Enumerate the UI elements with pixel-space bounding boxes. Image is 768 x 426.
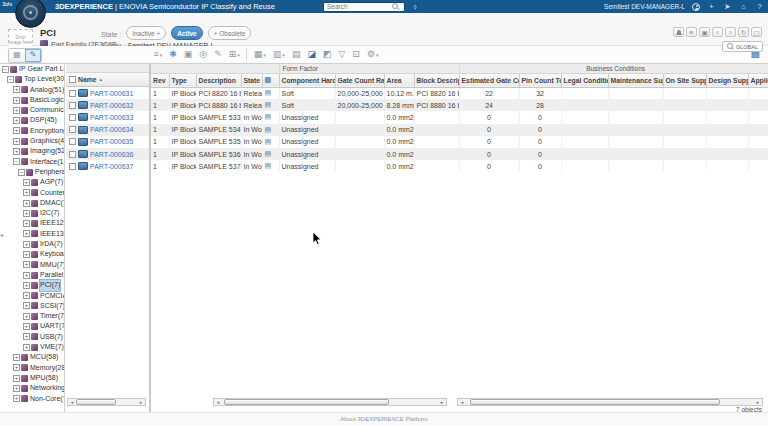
filter-icon[interactable]: ▽ bbox=[335, 47, 349, 62]
part-name-link[interactable]: PART-000637 bbox=[90, 163, 133, 170]
notifications-icon[interactable] bbox=[673, 27, 684, 37]
tree-node-pcmcia[interactable]: +PCMCIA bbox=[0, 291, 64, 301]
scroll-right-icon[interactable]: ▸ bbox=[137, 399, 145, 405]
table-row[interactable]: PART-000632 bbox=[66, 99, 149, 111]
expand-node-icon[interactable]: + bbox=[23, 220, 30, 227]
tree-node-pci-7[interactable]: +PCI(7) bbox=[0, 280, 64, 290]
table-row[interactable]: PART-000631 bbox=[66, 87, 149, 99]
expand-node-icon[interactable]: + bbox=[23, 282, 30, 289]
table-row[interactable]: 1IP BlockSAMPLE 536In Work▤Unassigned0.0… bbox=[151, 148, 768, 160]
fit-icon[interactable]: ⊡ bbox=[349, 47, 364, 62]
column-header-legal-conditions[interactable]: Legal Conditions bbox=[561, 73, 608, 87]
copy-icon[interactable]: ▣ bbox=[699, 27, 710, 37]
row-doc-icon[interactable]: ▤ bbox=[265, 89, 272, 96]
expand-node-icon[interactable]: + bbox=[23, 210, 30, 217]
column-header-description[interactable]: Description bbox=[196, 73, 241, 87]
expand-node-icon[interactable]: + bbox=[23, 230, 30, 237]
back-icon[interactable]: ‹ bbox=[712, 27, 723, 37]
collapse-node-icon[interactable]: − bbox=[2, 66, 9, 73]
tree-node-dmac-7[interactable]: +DMAC(7 bbox=[0, 198, 64, 208]
home-icon[interactable]: ⌂ bbox=[739, 2, 748, 12]
row-doc-icon[interactable]: ▤ bbox=[265, 126, 272, 133]
part-name-link[interactable]: PART-000636 bbox=[90, 151, 133, 158]
row-checkbox[interactable] bbox=[69, 126, 76, 133]
column-header-gate-count-range[interactable]: Gate Count Range bbox=[335, 73, 384, 87]
state-demote-button[interactable]: Inactive + bbox=[126, 26, 166, 40]
expand-node-icon[interactable]: + bbox=[13, 86, 20, 93]
tree-node-non-core-7[interactable]: +Non-Core(7) bbox=[0, 394, 64, 404]
part-name-link[interactable]: PART-000635 bbox=[90, 138, 133, 145]
forward-icon[interactable]: › bbox=[725, 27, 736, 37]
search-icon[interactable] bbox=[392, 3, 399, 10]
column-header-design-support[interactable]: Design Support bbox=[706, 73, 748, 87]
expand-node-icon[interactable]: + bbox=[23, 323, 30, 330]
row-checkbox[interactable] bbox=[69, 90, 76, 97]
expand-node-icon[interactable]: + bbox=[23, 272, 30, 279]
tree-node-ip-gear-part-library[interactable]: −IP Gear Part Library bbox=[0, 64, 64, 74]
expand-node-icon[interactable]: + bbox=[13, 117, 20, 124]
row-checkbox[interactable] bbox=[69, 151, 76, 158]
tree-node-irda-7[interactable]: +IrDA(7) bbox=[0, 239, 64, 249]
table-left-hscrollbar[interactable]: ◂ ▸ bbox=[213, 398, 447, 406]
state-active-badge[interactable]: Active bbox=[171, 26, 203, 40]
maximize-icon[interactable]: ▢ bbox=[751, 27, 762, 37]
part-name-link[interactable]: PART-000634 bbox=[90, 126, 133, 133]
grid-view-button[interactable]: ▦ bbox=[9, 49, 25, 62]
snowflake-icon[interactable]: ✱ bbox=[166, 47, 181, 62]
column-header-component-hardness[interactable]: Component Hardness bbox=[279, 73, 335, 87]
name-column-header[interactable]: Name ▲ bbox=[66, 73, 149, 87]
expand-node-icon[interactable]: + bbox=[23, 302, 30, 309]
column-header-block-description[interactable]: Block Description bbox=[414, 73, 459, 87]
expand-node-icon[interactable]: + bbox=[23, 261, 30, 268]
expand-node-icon[interactable]: + bbox=[23, 200, 30, 207]
tree-node-timer-7[interactable]: +Timer(7) bbox=[0, 311, 64, 321]
row-checkbox[interactable] bbox=[69, 138, 76, 145]
global-search-button[interactable]: GLOBAL bbox=[722, 41, 763, 52]
tree-node-uart-7[interactable]: +UART(7) bbox=[0, 321, 64, 331]
lock-icon[interactable]: ▣ bbox=[180, 47, 196, 62]
tree-node-networking-59[interactable]: +Networking(59 bbox=[0, 383, 64, 393]
table-row[interactable]: PART-000634 bbox=[66, 124, 149, 136]
tree-node-ieee139[interactable]: +IEEE139 bbox=[0, 229, 64, 239]
scroll-left-icon[interactable]: ◂ bbox=[214, 399, 222, 405]
table-row[interactable]: PART-000635 bbox=[66, 136, 149, 148]
tree-node-basiclogic-13[interactable]: +BasicLogic(13 bbox=[0, 95, 64, 105]
column-header-estimated-gate-count[interactable]: Estimated Gate Count bbox=[459, 73, 519, 87]
column-header-area[interactable]: Area bbox=[384, 73, 414, 87]
tree-node-scsi-7[interactable]: +SCSI(7) bbox=[0, 301, 64, 311]
name-pane-hscrollbar[interactable]: ◂ ▸ bbox=[67, 398, 146, 406]
share-icon[interactable]: ➤ bbox=[723, 2, 732, 12]
tree-node-vme-7[interactable]: +VME(7) bbox=[0, 342, 64, 352]
expand-node-icon[interactable]: + bbox=[13, 354, 20, 361]
export-icon[interactable]: ▤ bbox=[288, 47, 304, 62]
expand-node-icon[interactable]: + bbox=[23, 251, 30, 258]
tree-node-parallel[interactable]: +Parallel bbox=[0, 270, 64, 280]
mass-edit-icon[interactable]: ▦▾ bbox=[250, 47, 269, 63]
table-row[interactable]: 1IP BlockSAMPLE 533In Work▤Unassigned0.0… bbox=[151, 111, 768, 123]
table-row[interactable]: 1IP BlockPCI 8880 16 bitReleased▤Soft20,… bbox=[151, 99, 768, 111]
expand-node-icon[interactable]: + bbox=[13, 97, 20, 104]
table-right-hscrollbar[interactable]: ◂ ▸ bbox=[457, 398, 763, 406]
tree-node-usb-7[interactable]: +USB(7) bbox=[0, 332, 64, 342]
global-search-box[interactable] bbox=[323, 2, 405, 12]
row-checkbox[interactable] bbox=[69, 102, 76, 109]
part-name-link[interactable]: PART-000631 bbox=[90, 90, 133, 97]
tree-node-dsp-45[interactable]: +DSP(45) bbox=[0, 115, 64, 125]
edit-icon[interactable]: ✎ bbox=[211, 47, 226, 62]
tools-icon[interactable]: ⚙▾ bbox=[363, 47, 382, 63]
column-header-maintenance-support[interactable]: Maintenance Support bbox=[608, 73, 663, 87]
scroll-right-icon[interactable]: ▸ bbox=[438, 399, 446, 405]
compare-icon[interactable]: ◪ bbox=[304, 47, 320, 62]
row-doc-icon[interactable]: ▤ bbox=[265, 150, 272, 157]
tree-node-analog-51[interactable]: +Analog(51) bbox=[0, 85, 64, 95]
expand-node-icon[interactable]: + bbox=[23, 313, 30, 320]
about-link[interactable]: About 3DEXPERIENCE Platform bbox=[340, 416, 428, 422]
table-row[interactable]: PART-000633 bbox=[66, 111, 149, 123]
column-header-on-site-support[interactable]: On Site Support bbox=[663, 73, 706, 87]
profile-icon[interactable] bbox=[692, 3, 700, 11]
add-icon[interactable]: + bbox=[707, 2, 716, 12]
table-row[interactable]: 1IP BlockSAMPLE 534In Work▤Unassigned0.0… bbox=[151, 124, 768, 136]
part-name-link[interactable]: PART-000633 bbox=[90, 114, 133, 121]
scroll-right-icon[interactable]: ▸ bbox=[754, 399, 762, 405]
expand-node-icon[interactable]: + bbox=[23, 189, 30, 196]
